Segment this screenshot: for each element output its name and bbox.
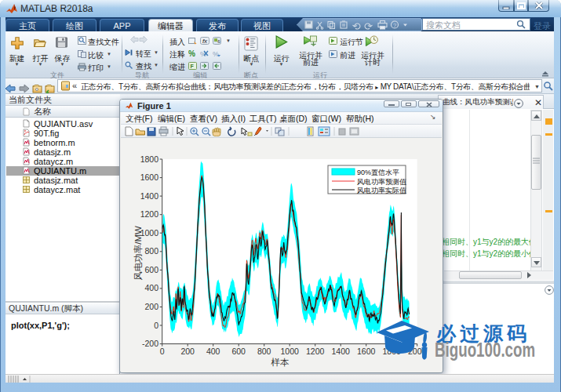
svg-text:800: 800 (257, 347, 271, 356)
svg-text:样本: 样本 (271, 358, 290, 367)
svg-text:1800: 1800 (140, 154, 159, 164)
svg-text:800: 800 (144, 246, 158, 256)
svg-text:F: F (191, 64, 195, 69)
svg-text:%: % (188, 49, 195, 57)
svg-text:400: 400 (144, 283, 158, 292)
svg-text:风电功率实际值: 风电功率实际值 (357, 187, 406, 194)
svg-text:fx: fx (202, 38, 208, 45)
svg-text:600: 600 (231, 347, 246, 356)
svg-text:风电功率/MW: 风电功率/MW (133, 226, 143, 281)
svg-text:200: 200 (144, 302, 158, 311)
svg-text:-200: -200 (142, 339, 158, 348)
svg-text:0: 0 (160, 347, 165, 356)
svg-text:1600: 1600 (140, 172, 159, 182)
svg-text:1200: 1200 (306, 347, 325, 356)
svg-text:1400: 1400 (140, 191, 159, 201)
svg-text:0: 0 (154, 321, 158, 330)
svg-text:1000: 1000 (281, 347, 300, 356)
svg-text:风电功率预测值: 风电功率预测值 (357, 178, 406, 186)
svg-text:%: % (213, 50, 219, 57)
svg-text:1000: 1000 (140, 228, 159, 238)
svg-text:400: 400 (206, 347, 220, 356)
svg-text:1600: 1600 (357, 347, 376, 356)
svg-text:200: 200 (180, 347, 195, 356)
svg-text:90%置信水平: 90%置信水平 (357, 169, 399, 176)
svg-text:600: 600 (144, 265, 158, 274)
svg-text:1200: 1200 (140, 209, 159, 219)
svg-text:1400: 1400 (332, 347, 351, 356)
svg-text:?: ? (393, 22, 396, 29)
